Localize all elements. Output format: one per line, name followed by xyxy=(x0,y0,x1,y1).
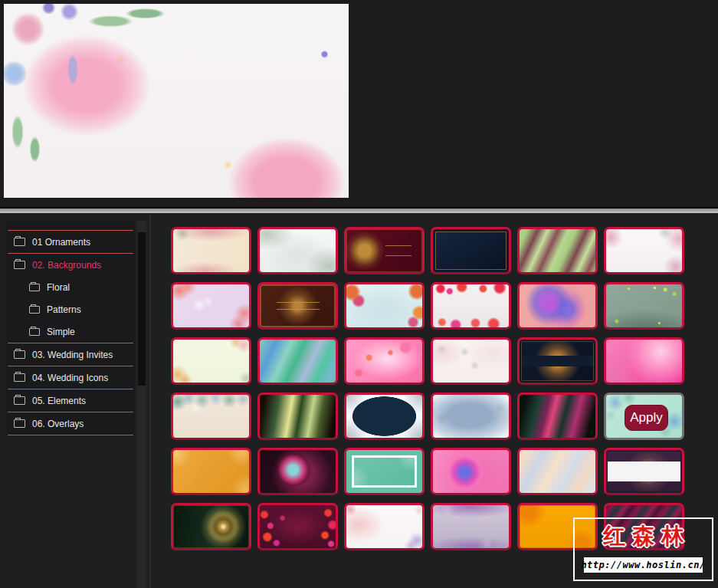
thumbnail-black-gold-green-waves[interactable] xyxy=(257,393,338,440)
sidebar-item-label: 05. Elements xyxy=(32,396,86,406)
folder-icon xyxy=(14,419,25,428)
folder-icon xyxy=(29,306,40,314)
thumbnail-teal-blue-marble[interactable] xyxy=(257,337,338,385)
thumbnail-pastel-peach-blue-swirl[interactable] xyxy=(517,448,598,495)
thumbnail-dark-magenta-green-waves[interactable] xyxy=(517,393,598,440)
thumbnail-sage-green-bokeh[interactable] xyxy=(604,282,684,330)
thumbnail-green-maroon-streaks[interactable] xyxy=(517,227,598,274)
thumbnail-succulent-cream[interactable] xyxy=(171,393,251,440)
sidebar-item-03-wedding-invites[interactable]: 03. Wedding Invites xyxy=(6,343,135,366)
thumbnail-purple-mandala-white-band[interactable] xyxy=(604,448,684,495)
thumbnail-magenta-pink-gradient[interactable] xyxy=(604,337,684,385)
watermark-url: http://www.hoslin.cn/ xyxy=(584,557,703,573)
sidebar-item-label: 02. Backgrounds xyxy=(32,260,101,271)
thumbnail-pink-hearts[interactable] xyxy=(344,337,425,385)
sidebar-item-04-wedding-icons[interactable]: 04. Wedding Icons xyxy=(6,366,135,389)
watermark-frame: 红森林 http://www.hoslin.cn/ xyxy=(573,517,713,581)
thumbnail-lavender-roses-band[interactable] xyxy=(431,503,511,550)
canvas-preview[interactable] xyxy=(4,4,349,198)
thumbnail-pink-blue-spiral[interactable] xyxy=(431,448,511,495)
thumbnail-white-red-bokeh[interactable] xyxy=(431,282,511,330)
sidebar-item-05-elements[interactable]: 05. Elements xyxy=(6,389,135,412)
sidebar-item-simple[interactable]: Simple xyxy=(6,320,135,343)
thumbnail-white-rose-corners[interactable] xyxy=(604,227,684,274)
sidebar-item-label: Floral xyxy=(47,282,70,293)
sidebar-item-label: Simple xyxy=(47,327,75,337)
thumbnail-blue-watercolor-sketch[interactable] xyxy=(431,393,511,440)
scrollbar-thumb[interactable] xyxy=(138,232,146,386)
sidebar-item-label: 03. Wedding Invites xyxy=(32,350,113,360)
sidebar-scrollbar[interactable] xyxy=(137,221,146,588)
thumbnail-pale-green-peach-floral[interactable] xyxy=(171,337,251,385)
folder-icon xyxy=(14,396,25,405)
sidebar-item-06-overlays[interactable]: 06. Overlays xyxy=(6,412,135,435)
folder-icon xyxy=(29,328,40,336)
thumbnail-white-pink-lilac-floral[interactable] xyxy=(344,503,425,550)
thumbnail-floral-cream-roses[interactable] xyxy=(171,227,251,274)
thumbnail-sketch-tulips-watercolor[interactable] xyxy=(431,337,511,385)
sidebar-item-patterns[interactable]: Patterns xyxy=(6,298,135,320)
folder-icon xyxy=(29,284,40,291)
separator xyxy=(8,435,133,435)
thumbnail-sage-leaves-white[interactable] xyxy=(257,227,338,274)
sidebar-item-label: 06. Overlays xyxy=(32,419,84,429)
sidebar-item-label: 01 Ornaments xyxy=(32,237,90,248)
sidebar-item-label: Patterns xyxy=(47,304,81,315)
thumbnail-teal-white-frame[interactable] xyxy=(344,448,425,495)
thumbnail-grid xyxy=(171,227,684,550)
canvas-area xyxy=(0,0,718,207)
thumbnail-aqua-orange-floral[interactable] xyxy=(344,282,425,330)
folder-icon xyxy=(14,350,25,359)
pane-splitter[interactable] xyxy=(0,207,718,213)
thumbnail-gold-lace[interactable] xyxy=(171,448,251,495)
folder-icon xyxy=(14,261,25,269)
thumbnail-dark-pink-teal-swirl[interactable] xyxy=(257,448,338,495)
folder-icon xyxy=(14,373,25,382)
thumbnail-navy-split-gold-mandala[interactable] xyxy=(517,337,598,385)
panel-divider xyxy=(149,215,151,588)
thumbnail-white-navy-badge[interactable] xyxy=(344,393,425,440)
thumbnail-brown-gold-ornament[interactable] xyxy=(257,282,338,330)
folder-icon xyxy=(14,238,25,246)
thumbnail-pink-purple-swirl[interactable] xyxy=(517,282,598,330)
thumbnail-lavender-rose-bokeh[interactable] xyxy=(171,282,251,330)
wedding-design-app: 01 Ornaments02. BackgroundsFloralPattern… xyxy=(0,0,718,588)
thumbnail-maroon-gold-mandala[interactable] xyxy=(344,227,425,274)
thumbnail-green-gold-mandala[interactable] xyxy=(171,503,251,550)
sidebar-item-label: 04. Wedding Icons xyxy=(32,373,108,383)
sidebar-item-01-ornaments[interactable]: 01 Ornaments xyxy=(6,231,135,253)
thumbnail-navy-gold-frame[interactable] xyxy=(431,227,511,274)
assets-pane: 01 Ornaments02. BackgroundsFloralPattern… xyxy=(0,213,718,588)
sidebar-item-02-backgrounds[interactable]: 02. Backgrounds xyxy=(6,254,135,276)
thumbnail-maroon-petal-confetti[interactable] xyxy=(257,503,338,550)
sidebar-item-floral[interactable]: Floral xyxy=(6,276,135,298)
category-tree: 01 Ornaments02. BackgroundsFloralPattern… xyxy=(6,221,135,435)
apply-button[interactable]: Apply xyxy=(625,405,668,431)
watermark-title: 红森林 xyxy=(575,521,712,552)
